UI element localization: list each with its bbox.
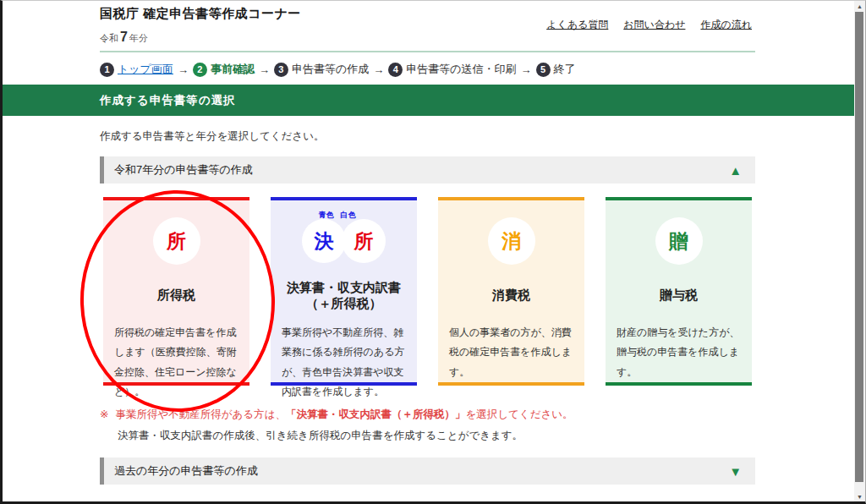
step-precheck: 2 事前確認 <box>193 62 255 77</box>
consumption-tax-badge-area: 消 <box>438 213 584 269</box>
note-emphasis: 「決算書・収支内訳書（＋所得税）」 <box>286 408 466 420</box>
card-income-tax[interactable]: 所 所得税 所得税の確定申告書を作成します（医療費控除、寄附金控除、住宅ローン控… <box>103 197 249 386</box>
faq-link[interactable]: よくある質問 <box>546 18 608 32</box>
flow-link[interactable]: 作成の流れ <box>700 18 752 32</box>
gift-kanji: 贈 <box>669 228 688 255</box>
era-suffix: 年分 <box>129 33 148 43</box>
note-pre: 事業所得や不動産所得がある方は、 <box>115 408 285 420</box>
instruction-text: 作成する申告書等と年分を選択してください。 <box>100 129 755 144</box>
income-kanji: 所 <box>167 228 186 255</box>
step-arrow: → <box>259 63 270 76</box>
step-top: 1 トップ画面 <box>100 62 173 77</box>
vertical-scrollbar[interactable]: ▲ ▼ <box>854 1 865 501</box>
consumption-tax-icon: 消 <box>488 217 535 265</box>
income-tax-badge-area: 所 <box>103 213 249 269</box>
note-post: を選択してください。 <box>465 408 573 420</box>
financial-statement-badge-area: 青色 白色 決 所 <box>271 213 417 269</box>
step-create-label: 申告書等の作成 <box>292 62 369 77</box>
header-separator <box>100 51 755 52</box>
page-title: 作成する申告書等の選択 <box>100 93 235 108</box>
gift-tax-icon: 贈 <box>655 217 703 265</box>
card-gift-tax[interactable]: 贈 贈与税 財産の贈与を受けた方が、贈与税の申告書を作成します。 <box>606 197 752 386</box>
step-arrow: → <box>373 63 384 76</box>
step-send-print: 4 申告書等の送信・印刷 <box>388 62 516 77</box>
step-5-badge: 5 <box>536 63 551 77</box>
page-title-banner: 作成する申告書等の選択 <box>3 85 857 116</box>
income-tax-icon: 所 <box>153 217 200 265</box>
step-1-badge: 1 <box>100 63 114 77</box>
step-arrow: → <box>521 63 532 76</box>
section-current-year[interactable]: 令和7年分の申告書等の作成 ▲ <box>100 156 755 184</box>
financial-statement-title2: （＋所得税） <box>306 295 382 312</box>
income-kanji: 所 <box>354 228 374 255</box>
card-financial-statement[interactable]: 青色 白色 決 所 決算書・収支内訳書 （＋所得税） 事業所得や不動産所得、雑業… <box>271 197 417 386</box>
note-info-line: 決算書・収支内訳書の作成後、引き続き所得税の申告書を作成することができます。 <box>118 425 573 446</box>
step-4-badge: 4 <box>388 63 403 77</box>
consumption-tax-description: 個人の事業者の方が、消費税の確定申告書を作成します。 <box>438 323 584 382</box>
blue-return-label: 青色 <box>319 210 334 221</box>
era-year: 7 <box>120 30 128 44</box>
step-top-link[interactable]: トップ画面 <box>118 62 173 77</box>
step-finish-label: 終了 <box>554 62 576 77</box>
step-send-print-label: 申告書等の送信・印刷 <box>406 62 516 77</box>
statement-icon: 決 <box>302 219 346 263</box>
card-consumption-tax[interactable]: 消 消費税 個人の事業者の方が、消費税の確定申告書を作成します。 <box>438 197 584 386</box>
income-tax-title: 所得税 <box>157 287 195 304</box>
income-tax-description: 所得税の確定申告書を作成します（医療費控除、寄附金控除、住宅ローン控除など）。 <box>103 323 249 403</box>
consumption-kanji: 消 <box>502 228 521 255</box>
tax-card-row: 所 所得税 所得税の確定申告書を作成します（医療費控除、寄附金控除、住宅ローン控… <box>103 197 752 386</box>
step-create: 3 申告書等の作成 <box>274 62 369 77</box>
selection-note: ※ 事業所得や不動産所得がある方は、「決算書・収支内訳書（＋所得税）」を選択して… <box>100 404 573 446</box>
financial-statement-description: 事業所得や不動産所得、雑業務に係る雑所得のある方が、青色申告決算書や収支内訳書を… <box>271 323 417 403</box>
section-past-years-title: 過去の年分の申告書等の作成 <box>114 463 258 479</box>
expand-triangle-icon[interactable]: ▼ <box>729 465 742 478</box>
scrollbar-thumb[interactable] <box>855 12 863 482</box>
note-marker: ※ <box>100 404 108 425</box>
gift-tax-description: 財産の贈与を受けた方が、贈与税の申告書を作成します。 <box>606 323 752 382</box>
browser-page: 国税庁 確定申告書等作成コーナー 令和7年分 1 トップ画面 → 2 事前確認 … <box>0 0 866 504</box>
white-return-label: 白色 <box>341 210 356 221</box>
consumption-tax-title: 消費税 <box>492 287 530 304</box>
scrollbar-up-arrow-icon[interactable]: ▲ <box>854 1 865 11</box>
gift-tax-badge-area: 贈 <box>606 213 752 269</box>
note-warning-line: ※ 事業所得や不動産所得がある方は、「決算書・収支内訳書（＋所得税）」を選択して… <box>100 404 573 425</box>
step-3-badge: 3 <box>274 63 288 77</box>
financial-statement-title: 決算書・収支内訳書 <box>287 279 401 296</box>
step-arrow: → <box>178 63 189 76</box>
step-precheck-label: 事前確認 <box>211 62 255 77</box>
color-type-labels: 青色 白色 <box>319 210 356 221</box>
gift-tax-title: 贈与税 <box>660 287 698 304</box>
step-navigation: 1 トップ画面 → 2 事前確認 → 3 申告書等の作成 → 4 申告書等の送信… <box>100 62 755 77</box>
income-icon: 所 <box>342 219 386 263</box>
step-finish: 5 終了 <box>536 62 576 77</box>
section-past-years[interactable]: 過去の年分の申告書等の作成 ▼ <box>100 457 755 485</box>
note-warning-text: 事業所得や不動産所得がある方は、「決算書・収支内訳書（＋所得税）」を選択してくだ… <box>115 404 573 425</box>
collapse-triangle-icon[interactable]: ▲ <box>729 164 742 177</box>
step-2-badge: 2 <box>193 63 207 77</box>
header-area: 国税庁 確定申告書等作成コーナー 令和7年分 1 トップ画面 → 2 事前確認 … <box>100 1 755 77</box>
statement-kanji: 決 <box>315 228 334 255</box>
section-current-year-title: 令和7年分の申告書等の作成 <box>114 162 253 178</box>
scrollbar-down-arrow-icon[interactable]: ▼ <box>854 491 865 501</box>
contact-link[interactable]: お問い合わせ <box>623 18 685 32</box>
header-links: よくある質問 お問い合わせ 作成の流れ <box>546 18 752 32</box>
era-prefix: 令和 <box>100 33 118 43</box>
